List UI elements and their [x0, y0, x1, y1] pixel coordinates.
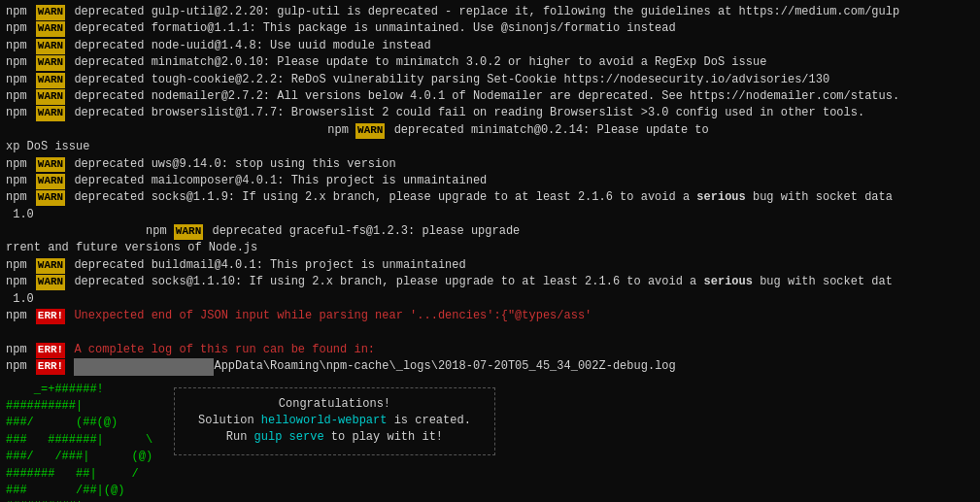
ascii-art: _=+######! ##########| ###/ (##(@) ### #… — [6, 382, 166, 502]
log-line-1: npm WARN deprecated gulp-util@2.2.20: gu… — [6, 4, 974, 20]
log-line-19: npm ERR! Unexpected end of JSON input wh… — [6, 308, 974, 324]
congrats-line1: Solution helloworld-webpart is created. — [198, 413, 471, 429]
npm-label: npm — [6, 4, 34, 20]
congrats-title: Congratulations! — [198, 396, 471, 413]
warn-badge: WARN — [36, 5, 65, 20]
log-line-13: 1.0 — [6, 207, 974, 223]
log-line-2: npm WARN deprecated formatio@1.1.1: This… — [6, 20, 974, 37]
congrats-container: Congratulations! Solution helloworld-web… — [174, 387, 495, 455]
username-highlight — [74, 358, 214, 375]
log-line-7: npm WARN deprecated browserslist@1.7.7: … — [6, 105, 974, 121]
log-line-6: npm WARN deprecated nodemailer@2.7.2: Al… — [6, 88, 974, 105]
log-line-16: npm WARN deprecated buildmail@4.0.1: Thi… — [6, 257, 974, 274]
log-line-21: npm ERR! AppData\Roaming\npm-cache\_logs… — [6, 358, 974, 375]
gulp-serve-cmd: gulp serve — [254, 429, 324, 446]
warn-badge-2: WARN — [36, 21, 65, 37]
congrats-line2: Run gulp serve to play with it! — [198, 429, 471, 446]
log-line-4: npm WARN deprecated minimatch@2.0.10: Pl… — [6, 54, 974, 71]
log-line-11: npm WARN deprecated mailcomposer@4.0.1: … — [6, 173, 974, 189]
project-name: helloworld-webpart — [261, 413, 388, 429]
log-line-12: npm WARN deprecated socks@1.1.9: If usin… — [6, 189, 974, 206]
log-line-blank — [6, 324, 974, 341]
log-line-20: npm ERR! A complete log of this run can … — [6, 342, 974, 358]
log-line-8: npm WARN deprecated minimatch@0.2.14: Pl… — [6, 122, 974, 139]
log-line-14: npm WARN deprecated graceful-fs@1.2.3: p… — [6, 223, 974, 240]
log-line-15: rrent and future versions of Node.js — [6, 240, 974, 256]
log-line-10: npm WARN deprecated uws@9.14.0: stop usi… — [6, 156, 974, 173]
terminal: npm WARN deprecated gulp-util@2.2.20: gu… — [0, 0, 980, 502]
log-line-17: npm WARN deprecated socks@1.1.10: If usi… — [6, 274, 974, 290]
log-line-5: npm WARN deprecated tough-cookie@2.2.2: … — [6, 72, 974, 88]
congrats-box: Congratulations! Solution helloworld-web… — [174, 387, 495, 455]
log-line-9: xp DoS issue — [6, 139, 974, 155]
log-line-18: 1.0 — [6, 291, 974, 308]
log-line-3: npm WARN deprecated node-uuid@1.4.8: Use… — [6, 38, 974, 54]
